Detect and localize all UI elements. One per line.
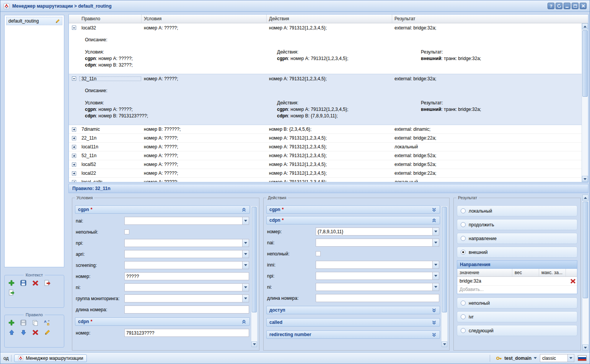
add-direction-row[interactable]: Добавить...: [457, 286, 577, 294]
combo-trigger-icon[interactable]: [432, 227, 439, 236]
expand-row-icon[interactable]: [72, 180, 76, 182]
add-context-icon[interactable]: [8, 279, 15, 287]
combo-trigger-icon[interactable]: [432, 261, 439, 269]
scroll-down-icon[interactable]: [251, 341, 257, 347]
combo-trigger-icon[interactable]: [432, 283, 439, 291]
save-context-icon[interactable]: [20, 279, 27, 287]
table-row[interactable]: 22_11nномер A: ?????; номер A: 791312{1,…: [69, 134, 582, 143]
maximize-button[interactable]: [572, 3, 579, 9]
delete-direction-icon[interactable]: [570, 278, 576, 284]
edit-context-icon[interactable]: [55, 19, 60, 24]
delete-context-icon[interactable]: [31, 279, 39, 287]
scroll-up-icon[interactable]: [582, 23, 588, 29]
grid-scrollbar[interactable]: [582, 23, 588, 182]
expand-row-icon[interactable]: [72, 145, 76, 149]
result-option-incomplete[interactable]: неполный: [457, 297, 577, 309]
actions-scrollbar[interactable]: [441, 206, 448, 348]
result-option-direction[interactable]: направление: [457, 233, 577, 244]
table-row[interactable]: local_callsномер A: ?????; номер A: 7913…: [69, 178, 582, 182]
scroll-down-icon[interactable]: [582, 344, 588, 351]
radio-icon[interactable]: [461, 208, 466, 213]
combo-trigger-icon[interactable]: [432, 239, 439, 247]
cgpn-ni-combo[interactable]: [124, 283, 249, 291]
radio-icon[interactable]: [461, 222, 466, 227]
collapse-section-icon[interactable]: [241, 319, 247, 325]
theme-select[interactable]: classic: [540, 354, 574, 362]
direction-row[interactable]: bridge:32a: [457, 277, 577, 286]
section-header-cgpn-actions[interactable]: cgpn*: [266, 205, 440, 214]
conditions-scrollbar[interactable]: [251, 206, 258, 348]
section-header-called[interactable]: called: [266, 318, 440, 327]
module-button[interactable]: Менеджер маршрутизации: [14, 354, 87, 362]
table-row[interactable]: local11nномер A: ?????; номер A: 791312{…: [69, 143, 582, 151]
language-flag-icon[interactable]: [578, 355, 587, 361]
refresh-button[interactable]: [556, 3, 562, 9]
expand-section-icon[interactable]: [431, 332, 437, 338]
combo-trigger-icon[interactable]: [567, 354, 574, 362]
section-header-cdpn-actions[interactable]: cdpn*: [266, 216, 440, 224]
scroll-down-icon[interactable]: [442, 341, 447, 347]
column-header-weight[interactable]: вес: [512, 269, 539, 276]
add-rule-icon[interactable]: [8, 319, 15, 327]
radio-icon[interactable]: [461, 328, 466, 333]
result-option-local[interactable]: локальный: [457, 205, 577, 216]
scroll-up-icon[interactable]: [582, 195, 588, 201]
table-row[interactable]: local32 номер A: ?????; номер A: 791312{…: [69, 23, 582, 32]
expand-row-icon[interactable]: [72, 154, 76, 158]
copy-rule-icon[interactable]: [31, 319, 39, 327]
combo-trigger-icon[interactable]: [242, 239, 249, 247]
table-row[interactable]: 7dinamicномер B: 7?????; номер B: {2,3,4…: [69, 125, 582, 134]
table-row[interactable]: 52_11nномер A: ?????; номер A: 791312{1,…: [69, 151, 582, 160]
section-header-redirecting[interactable]: redirecting number: [266, 330, 440, 339]
cgpn-nai-combo[interactable]: [124, 217, 249, 225]
combo-trigger-icon[interactable]: [242, 261, 249, 269]
delete-rule-icon[interactable]: [31, 328, 39, 336]
cgpn-npi-combo[interactable]: [124, 239, 249, 247]
cgpn-incomplete-checkbox[interactable]: [124, 229, 129, 234]
action-cdpn-nai-combo[interactable]: [316, 239, 439, 247]
action-cdpn-ni-combo[interactable]: [316, 283, 439, 291]
combo-trigger-icon[interactable]: [242, 294, 249, 302]
domain-selector[interactable]: test_domain: [496, 355, 537, 361]
scroll-thumb[interactable]: [583, 202, 588, 298]
exit-context-icon[interactable]: [43, 279, 51, 287]
expand-row-icon[interactable]: [72, 162, 76, 167]
column-header-conditions[interactable]: Условия: [142, 15, 267, 23]
column-header-max[interactable]: макс. за...: [539, 269, 566, 276]
expand-section-icon[interactable]: [431, 307, 437, 313]
action-cdpn-incomplete-checkbox[interactable]: [316, 251, 321, 256]
scroll-thumb[interactable]: [252, 207, 257, 312]
scroll-thumb[interactable]: [442, 207, 447, 312]
section-header-cdpn[interactable]: cdpn*: [75, 317, 250, 326]
move-rule-down-icon[interactable]: [20, 328, 27, 336]
action-cdpn-number-length-input[interactable]: [316, 294, 439, 302]
combo-trigger-icon[interactable]: [242, 217, 249, 225]
scroll-down-icon[interactable]: [582, 176, 588, 182]
expand-section-icon[interactable]: [431, 320, 437, 325]
action-cdpn-number-combo[interactable]: [316, 227, 439, 236]
table-row-selected[interactable]: 32_11n номер A: ?????; номер A: 791312{1…: [69, 74, 582, 83]
combo-trigger-icon[interactable]: [432, 272, 439, 280]
result-option-ivr[interactable]: ivr: [457, 311, 577, 322]
expand-row-icon[interactable]: [72, 127, 76, 132]
section-header-cgpn[interactable]: cgpn*: [75, 205, 250, 214]
cgpn-number-input[interactable]: [124, 272, 249, 280]
action-cdpn-npi-combo[interactable]: [316, 272, 439, 280]
cgpn-apri-combo[interactable]: [124, 250, 249, 258]
radio-icon[interactable]: [461, 301, 466, 306]
form-scrollbar[interactable]: [582, 195, 588, 351]
column-header-result[interactable]: Результат: [392, 15, 588, 23]
radio-icon[interactable]: [461, 236, 466, 241]
result-option-continue[interactable]: продолжить: [457, 219, 577, 230]
combo-trigger-icon[interactable]: [242, 250, 249, 258]
cgpn-screening-combo[interactable]: [124, 261, 249, 269]
save-rule-icon[interactable]: [20, 319, 27, 327]
scroll-thumb[interactable]: [582, 30, 588, 97]
cgpn-number-length-input[interactable]: [124, 306, 249, 314]
close-button[interactable]: [580, 3, 587, 9]
column-header-rule[interactable]: Правило: [69, 15, 142, 23]
result-option-next[interactable]: следующий: [457, 325, 577, 336]
action-cdpn-inni-combo[interactable]: [316, 261, 439, 269]
radio-icon[interactable]: [461, 314, 466, 319]
minimize-button[interactable]: [564, 3, 570, 9]
